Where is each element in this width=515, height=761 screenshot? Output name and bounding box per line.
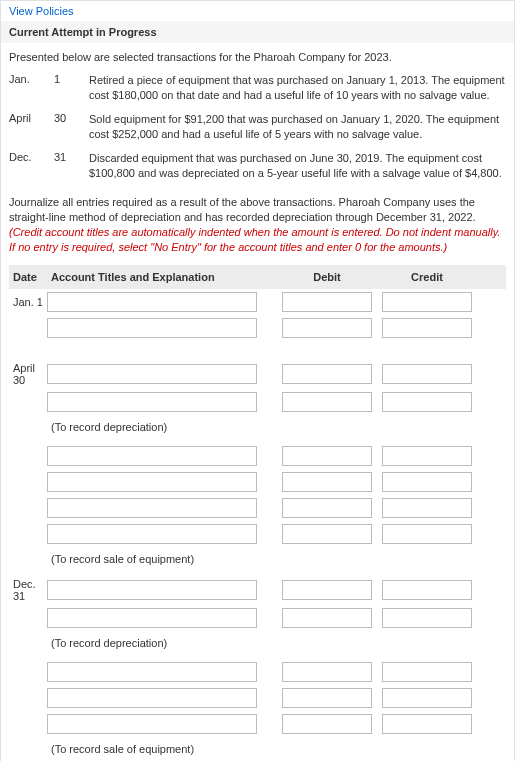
trans-desc: Discarded equipment that was purchased o… [89, 151, 506, 182]
table-row [9, 315, 506, 341]
journalize-instructions: Journalize all entries required as a res… [9, 195, 506, 254]
table-row [9, 469, 506, 495]
note-depreciation: (To record depreciation) [9, 631, 506, 659]
debit-input[interactable] [282, 662, 372, 682]
account-input[interactable] [47, 498, 257, 518]
debit-input[interactable] [282, 364, 372, 384]
instr-plain: Journalize all entries required as a res… [9, 196, 476, 223]
table-row [9, 495, 506, 521]
debit-input[interactable] [282, 580, 372, 600]
trans-month: April [9, 112, 44, 143]
table-row: Dec. 31 [9, 575, 506, 605]
account-input[interactable] [47, 524, 257, 544]
date-jan1: Jan. 1 [9, 296, 47, 308]
hdr-credit: Credit [377, 271, 477, 283]
account-input[interactable] [47, 364, 257, 384]
credit-input[interactable] [382, 318, 472, 338]
debit-input[interactable] [282, 714, 372, 734]
trans-day: 31 [54, 151, 79, 182]
credit-input[interactable] [382, 392, 472, 412]
trans-desc: Retired a piece of equipment that was pu… [89, 73, 506, 104]
table-row: Jan. 1 [9, 289, 506, 315]
note-sale: (To record sale of equipment) [9, 547, 506, 575]
hdr-accounts: Account Titles and Explanation [47, 271, 277, 283]
content-area: Presented below are selected transaction… [1, 43, 514, 761]
debit-input[interactable] [282, 688, 372, 708]
credit-input[interactable] [382, 446, 472, 466]
journal-entry-area: Date Account Titles and Explanation Debi… [9, 265, 506, 761]
note-depreciation: (To record depreciation) [9, 415, 506, 443]
table-row [9, 659, 506, 685]
account-input[interactable] [47, 662, 257, 682]
credit-input[interactable] [382, 662, 472, 682]
credit-input[interactable] [382, 472, 472, 492]
account-input[interactable] [47, 318, 257, 338]
debit-input[interactable] [282, 608, 372, 628]
note-sale: (To record sale of equipment) [9, 737, 506, 761]
account-input[interactable] [47, 580, 257, 600]
debit-input[interactable] [282, 318, 372, 338]
table-row [9, 685, 506, 711]
table-row: April 30 [9, 359, 506, 389]
date-apr30: April 30 [9, 362, 47, 386]
debit-input[interactable] [282, 446, 372, 466]
debit-input[interactable] [282, 292, 372, 312]
trans-day: 1 [54, 73, 79, 104]
credit-input[interactable] [382, 714, 472, 734]
view-policies-link[interactable]: View Policies [9, 5, 74, 17]
debit-input[interactable] [282, 472, 372, 492]
account-input[interactable] [47, 292, 257, 312]
date-dec31: Dec. 31 [9, 578, 47, 602]
transactions-table: Jan. 1 Retired a piece of equipment that… [9, 73, 506, 181]
table-row [9, 389, 506, 415]
account-input[interactable] [47, 714, 257, 734]
intro-text: Presented below are selected transaction… [9, 51, 506, 63]
table-row [9, 521, 506, 547]
table-row [9, 711, 506, 737]
account-input[interactable] [47, 472, 257, 492]
account-input[interactable] [47, 608, 257, 628]
credit-input[interactable] [382, 364, 472, 384]
link-bar: View Policies [1, 1, 514, 21]
instr-red: (Credit account titles are automatically… [9, 226, 500, 253]
trans-day: 30 [54, 112, 79, 143]
credit-input[interactable] [382, 688, 472, 708]
credit-input[interactable] [382, 608, 472, 628]
entry-header-row: Date Account Titles and Explanation Debi… [9, 265, 506, 289]
trans-month: Jan. [9, 73, 44, 104]
main-container: View Policies Current Attempt in Progres… [0, 0, 515, 761]
debit-input[interactable] [282, 524, 372, 544]
trans-desc: Sold equipment for $91,200 that was purc… [89, 112, 506, 143]
account-input[interactable] [47, 446, 257, 466]
credit-input[interactable] [382, 292, 472, 312]
status-bar: Current Attempt in Progress [1, 21, 514, 43]
hdr-date: Date [9, 271, 47, 283]
debit-input[interactable] [282, 392, 372, 412]
account-input[interactable] [47, 688, 257, 708]
table-row [9, 605, 506, 631]
hdr-debit: Debit [277, 271, 377, 283]
table-row [9, 443, 506, 469]
trans-month: Dec. [9, 151, 44, 182]
credit-input[interactable] [382, 524, 472, 544]
account-input[interactable] [47, 392, 257, 412]
debit-input[interactable] [282, 498, 372, 518]
credit-input[interactable] [382, 580, 472, 600]
credit-input[interactable] [382, 498, 472, 518]
